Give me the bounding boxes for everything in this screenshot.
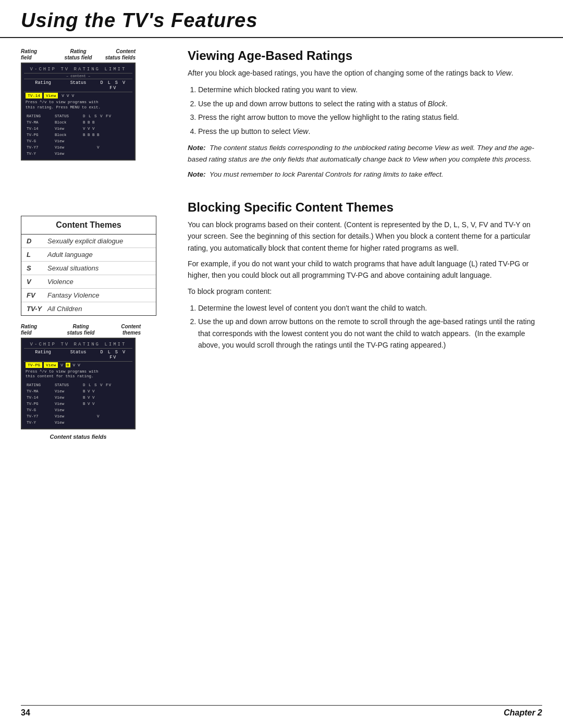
- tv-screen-2: V-CHIP TV RATING LIMIT Rating Status D L…: [21, 338, 136, 430]
- list-item: Use the up and down arrow buttons on the…: [198, 316, 542, 351]
- tv1-info-text: Press ^/v to view programs withthis rati…: [24, 99, 132, 112]
- section2-para1: You can block programs based on their co…: [188, 219, 542, 254]
- section2-title: Blocking Specific Content Themes: [188, 200, 542, 215]
- list-item: Use the up and down arrow buttons to sel…: [198, 98, 542, 109]
- right-column-top: Viewing Age-Based Ratings After you bloc…: [188, 48, 542, 184]
- left-column-bottom: Content Themes D Sexually explicit dialo…: [21, 200, 172, 440]
- table-row: TV-GView: [25, 408, 131, 413]
- table-row: TV-MABlockB B B: [25, 120, 131, 125]
- content-themes-header: Content Themes: [21, 216, 156, 235]
- table-row: RATING STATUS D L S V FV: [25, 114, 131, 119]
- ct-val-fv: Fantasy Violence: [47, 291, 100, 299]
- tv1-col-status: Status: [60, 80, 95, 91]
- list-item: Determine the lowest level of content yo…: [198, 302, 542, 314]
- section1-body1: After you block age-based ratings, you h…: [188, 67, 542, 79]
- tv2-col-rating: Rating: [26, 350, 60, 360]
- tv1-labels: Ratingfield Ratingstatus field Contentst…: [21, 48, 136, 61]
- table-row: TV-GView: [25, 139, 131, 144]
- tv2-table: RATING STATUS D L S V FV TV-MAViewB V V …: [24, 381, 132, 426]
- section2-body: You can block programs based on their co…: [188, 219, 542, 297]
- tv1-selected-checks: V V V: [62, 93, 74, 98]
- tv2-header: Rating Status D L S V FV: [24, 349, 132, 362]
- tv2-title: V-CHIP TV RATING LIMIT: [24, 341, 132, 349]
- section2-para3: To block program content:: [188, 286, 542, 297]
- list-item: Press the right arrow button to move the…: [198, 112, 542, 123]
- tv-screen-1: V-CHIP TV RATING LIMIT – content – Ratin…: [21, 63, 136, 161]
- section1-para1: After you block age-based ratings, you h…: [188, 67, 542, 79]
- page-footer: 34 Chapter 2: [21, 705, 542, 718]
- ct-key-fv: FV: [27, 291, 47, 299]
- section2-steps-list: Determine the lowest level of content yo…: [198, 302, 542, 351]
- right-column-bottom: Blocking Specific Content Themes You can…: [188, 200, 542, 440]
- table-row: TV-Y7ViewV: [25, 145, 131, 150]
- section2-para2: For example, if you do not want your chi…: [188, 258, 542, 281]
- tv1-col-rating: Rating: [26, 80, 60, 91]
- ct-row-s: S Sexual situations: [21, 262, 156, 275]
- tv2-col-content: D L S V FV: [96, 350, 131, 360]
- table-row: TV-14ViewV V V: [25, 126, 131, 131]
- ct-key-l: L: [27, 251, 47, 258]
- top-section: Ratingfield Ratingstatus field Contentst…: [0, 38, 563, 195]
- tv2-label-status-field: Ratingstatus field: [61, 324, 101, 336]
- table-row: TV-MAViewB V V: [25, 389, 131, 394]
- ct-row-d: D Sexually explicit dialogue: [21, 235, 156, 248]
- ct-key-d: D: [27, 237, 47, 245]
- tv1-selected-row: TV-14 View V V V: [24, 92, 132, 99]
- list-item: Determine which blocked rating you want …: [198, 84, 542, 95]
- tv1-title: V-CHIP TV RATING LIMIT: [24, 66, 132, 73]
- tv1-selected-rating: TV-14: [26, 93, 42, 98]
- page-header: Using the TV's Features: [0, 0, 563, 38]
- section1-steps-list: Determine which blocked rating you want …: [198, 84, 542, 137]
- tv1-table: RATING STATUS D L S V FV TV-MABlockB B B…: [24, 113, 132, 157]
- tv1-col-content: D L S V FV: [96, 80, 131, 91]
- ct-key-tvy: TV-Y: [27, 305, 47, 313]
- tv2-info-text: Press ^/v to view programs withthis cont…: [24, 368, 132, 381]
- tv2-caption: Content status fields: [21, 434, 136, 440]
- tv2-label-rating-field: Ratingfield: [21, 324, 61, 336]
- table-row: TV-Y7ViewV: [25, 414, 131, 419]
- table-row: RATING STATUS D L S V FV: [25, 382, 131, 388]
- ct-val-s: Sexual situations: [47, 264, 99, 272]
- list-item: Press the up button to select View.: [198, 126, 542, 137]
- table-row: TV-PGBlockB B B B: [25, 132, 131, 138]
- tv1-label-status-field: Ratingstatus field: [59, 48, 97, 61]
- ct-val-v: Violence: [47, 278, 74, 286]
- ct-val-tvy: All Children: [47, 305, 82, 313]
- tv2-selected-rating: TV-PG: [26, 362, 42, 368]
- tv1-label-content-status: Contentstatus fields: [97, 48, 136, 61]
- ct-row-l: L Adult language: [21, 248, 156, 262]
- table-row: TV-YView: [25, 151, 131, 156]
- ct-val-d: Sexually explicit dialogue: [47, 237, 123, 245]
- footer-page-number: 34: [21, 708, 30, 718]
- page-title: Using the TV's Features: [21, 9, 542, 32]
- bottom-section: Content Themes D Sexually explicit dialo…: [0, 195, 563, 451]
- tv-screen-2-area: Ratingfield Ratingstatus field Contentth…: [21, 324, 172, 440]
- tv2-selected-checks: V B V V: [60, 363, 80, 367]
- tv1-header: Rating Status D L S V FV: [24, 79, 132, 92]
- ct-key-v: V: [27, 278, 47, 286]
- section1-title: Viewing Age-Based Ratings: [188, 48, 542, 63]
- note-block-2: Note: You must remember to lock Parental…: [188, 169, 542, 180]
- ct-row-v: V Violence: [21, 275, 156, 289]
- table-row: TV-14ViewB V V: [25, 395, 131, 400]
- ct-val-l: Adult language: [47, 251, 93, 258]
- note-block-1: Note: The content status fields correspo…: [188, 142, 542, 165]
- tv2-selected-row: TV-PG View V B V V: [24, 362, 132, 368]
- tv2-selected-status: View: [44, 362, 58, 368]
- tv2-labels: Ratingfield Ratingstatus field Contentth…: [21, 324, 141, 336]
- left-column-top: Ratingfield Ratingstatus field Contentst…: [21, 48, 172, 184]
- footer-chapter: Chapter 2: [504, 708, 542, 718]
- tv2-label-content-themes: Contentthemes: [101, 324, 141, 336]
- ct-row-fv: FV Fantasy Violence: [21, 289, 156, 302]
- table-row: TV-YView: [25, 420, 131, 425]
- ct-key-s: S: [27, 264, 47, 272]
- ct-row-tvy: TV-Y All Children: [21, 302, 156, 315]
- tv1-label-rating-field: Ratingfield: [21, 48, 59, 61]
- content-themes-table: Content Themes D Sexually explicit dialo…: [21, 216, 156, 316]
- table-row: TV-PGViewB V V: [25, 401, 131, 406]
- tv2-col-status: Status: [60, 350, 95, 360]
- tv1-selected-status: View: [44, 93, 58, 98]
